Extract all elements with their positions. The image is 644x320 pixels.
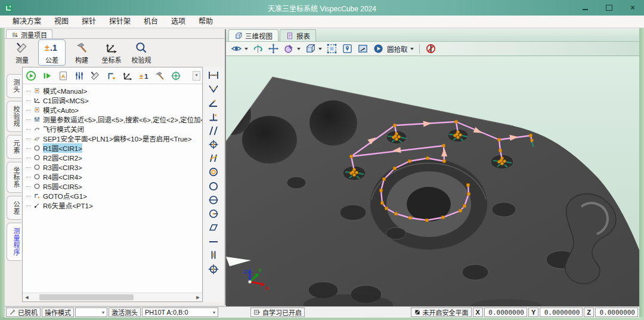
tree-item-safety-plane[interactable]: SEP1安全平面<PLN1>偏移<10>是否启用<True> [23, 134, 202, 143]
side-tab-tolerance[interactable]: 公差 [7, 196, 21, 220]
side-tab-gauge[interactable]: 校验规 [7, 101, 21, 132]
parameters-button[interactable] [73, 69, 86, 82]
active-probe-select[interactable]: PH10T A:0,B:0 ▾ [142, 307, 218, 317]
disable-probe-icon[interactable] [425, 43, 436, 54]
window-title: 天准三坐标系统 VispecCube 2024 [0, 3, 644, 13]
tolerance-tool-button[interactable] [137, 69, 150, 82]
tab-3d-view[interactable]: 三维视图 [228, 29, 278, 41]
side-tab-elements[interactable]: 元素 [7, 135, 21, 159]
tree-item-fly-mode[interactable]: 飞行模式关闭 [23, 124, 202, 134]
angularity-icon[interactable] [208, 152, 219, 164]
circle-icon [33, 173, 41, 180]
side-tab-coordsys[interactable]: 坐标系 [7, 162, 21, 193]
menu-probe[interactable]: 探针 [75, 16, 103, 28]
menu-probe-rack[interactable]: 探针架 [103, 16, 137, 28]
tree-item-circle-r4[interactable]: R4圆<CIR4> [23, 172, 202, 181]
coordsys-tool-button[interactable] [121, 69, 134, 82]
straightness-icon[interactable] [208, 235, 219, 247]
circle-icon [33, 164, 41, 171]
coordsys-button[interactable]: 坐标系 [98, 39, 125, 66]
view-panel: 三维视图 报表 圆拾取 [226, 29, 639, 306]
zoom-region-icon[interactable] [326, 43, 338, 54]
render-style-icon[interactable] [283, 43, 295, 54]
angle-icon[interactable] [208, 97, 219, 109]
offline-icon [9, 309, 16, 316]
locate-icon [171, 70, 181, 81]
tree-item-measure-params[interactable]: 测量参数逼近<5>,回退<5>,搜索<6>,定位<2>,定位加<2>,测量 [23, 115, 202, 124]
3d-viewport[interactable]: Z Y X [226, 56, 639, 306]
chevron-down-icon[interactable] [318, 48, 322, 50]
tree-item-mode-auto[interactable]: 模式<Auto> [23, 105, 202, 115]
menu-solution[interactable]: 解决方案 [6, 16, 48, 28]
tree-horizontal-scrollbar[interactable]: ◄ ► [23, 293, 202, 301]
maximize-icon[interactable] [602, 2, 615, 13]
pan-icon[interactable] [268, 43, 279, 54]
locate-pin-icon[interactable] [342, 43, 353, 54]
scroll-left-icon[interactable]: ◄ [23, 294, 31, 300]
rotate-icon[interactable] [252, 43, 264, 54]
symmetry-line-icon[interactable] [208, 208, 219, 220]
operation-mode-label: 操作模式 [42, 307, 74, 317]
side-tab-probe[interactable]: 测头 [7, 74, 21, 98]
side-tab-program[interactable]: 测量程序 [7, 223, 21, 261]
perpendicularity-icon[interactable] [208, 111, 219, 123]
circle-pick-icon[interactable] [373, 43, 384, 54]
axis-x-label: X [265, 285, 270, 291]
scroll-right-icon[interactable]: ► [194, 294, 202, 300]
step-run-button[interactable] [41, 69, 54, 82]
close-icon[interactable]: × [626, 2, 639, 13]
tab-report[interactable]: 报表 [280, 29, 316, 41]
tree-item-circle-r5[interactable]: R5圆<CIR5> [23, 181, 202, 191]
symmetry-icon[interactable] [208, 194, 219, 206]
fit-window-icon[interactable] [357, 43, 369, 54]
distance-icon[interactable] [208, 69, 219, 81]
chevron-down-icon[interactable] [244, 48, 248, 50]
roundness-icon[interactable] [208, 180, 219, 192]
position-icon[interactable] [208, 139, 219, 150]
chevron-down-icon[interactable] [297, 48, 301, 50]
program-tree: 模式<Manual> C1回调<MCS> 模式<Auto> 测量参数逼近<5>,… [23, 84, 202, 293]
tab-measurement-project[interactable]: 测量项目 [6, 29, 52, 39]
run-button[interactable] [24, 69, 38, 82]
menu-options[interactable]: 选项 [165, 16, 192, 28]
concentricity-icon[interactable] [208, 166, 219, 178]
tree-item-goto-point[interactable]: GOTO点<G1> [23, 191, 202, 201]
construct-button[interactable]: 构建 [68, 39, 95, 66]
locate-button[interactable] [169, 69, 182, 82]
gauge-button[interactable]: 校验规 [128, 39, 155, 66]
operation-mode-select[interactable]: ▾ [75, 307, 107, 317]
measure-button[interactable]: 测量 [8, 39, 36, 66]
menu-help[interactable]: 帮助 [192, 16, 219, 28]
menu-machine[interactable]: 机台 [137, 16, 165, 28]
circle-pick-label[interactable]: 圆拾取 [387, 44, 408, 54]
project-icon [11, 31, 18, 38]
parallel-lines-icon[interactable] [208, 249, 219, 261]
measurement-project-panel: 测量项目 测量 公差 构建 坐标系 校验规 [5, 29, 225, 305]
measure-tool-button[interactable] [89, 69, 102, 82]
program-button[interactable] [57, 69, 70, 82]
position-target-icon[interactable] [208, 263, 219, 275]
toolbar-overflow-button[interactable]: ▾ [193, 71, 200, 81]
tree-item-vector-point[interactable]: R6矢量点<PT1> [23, 201, 202, 210]
tree-item-mode-manual[interactable]: 模式<Manual> [23, 86, 202, 96]
parallelism-icon[interactable] [208, 125, 219, 137]
view-eye-icon[interactable] [231, 43, 242, 54]
tree-item-callback[interactable]: C1回调<MCS> [23, 96, 202, 105]
v-angle-icon[interactable] [208, 83, 219, 95]
cube-view-icon[interactable] [305, 43, 316, 54]
tree-item-circle-r2[interactable]: R2圆<CIR2> [23, 153, 202, 162]
construct-tool-button[interactable] [153, 69, 166, 82]
tree-item-circle-r1[interactable]: R1圆<CIR1> [23, 143, 202, 153]
minimize-icon[interactable] [578, 2, 592, 13]
goto-button[interactable] [105, 69, 118, 82]
tolerance-button[interactable]: 公差 [38, 39, 66, 66]
chevron-down-icon[interactable] [410, 48, 414, 50]
circle-icon [33, 144, 41, 152]
safety-plane-icon [33, 135, 41, 142]
scrollbar-thumb[interactable] [39, 294, 134, 300]
flatness-icon[interactable] [208, 221, 219, 233]
menu-view[interactable]: 视图 [48, 16, 75, 28]
tree-item-circle-r3[interactable]: R3圆<CIR3> [23, 162, 202, 172]
coord-x-value: 0.0000000 [484, 307, 527, 317]
frame-right [639, 28, 644, 317]
